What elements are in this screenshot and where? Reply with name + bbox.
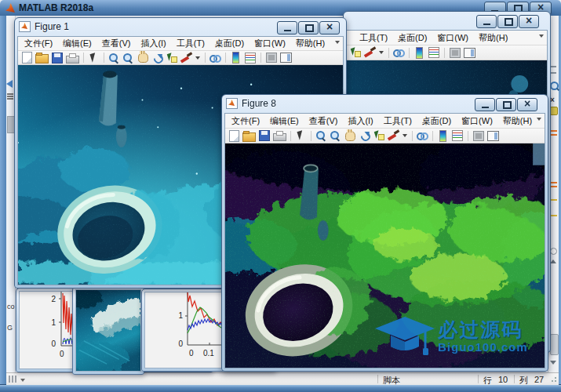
new-figure-icon[interactable] (22, 52, 32, 64)
menu-help[interactable]: 帮助(H) (479, 32, 508, 44)
figure1-toolbar (18, 51, 343, 65)
menu-help[interactable]: 帮助(H) (503, 115, 532, 127)
hide-plot-tools-icon[interactable] (266, 53, 277, 63)
menu-file[interactable]: 文件(F) (231, 115, 260, 127)
menu-help[interactable]: 帮助(H) (296, 38, 325, 49)
maximize-icon[interactable] (298, 21, 319, 34)
print-figure-icon[interactable] (66, 56, 79, 64)
analyzer-mark[interactable] (550, 215, 557, 216)
hide-plot-tools-icon[interactable] (473, 131, 484, 141)
print-figure-icon[interactable] (273, 133, 286, 141)
show-plot-tools-icon[interactable] (464, 48, 475, 58)
analyzer-mark[interactable] (550, 130, 557, 132)
menu-window[interactable]: 窗口(W) (437, 32, 468, 44)
zoom-in-icon[interactable] (108, 53, 120, 64)
link-plot-icon[interactable] (393, 47, 405, 58)
figure1-titlebar[interactable]: Figure 1 (15, 18, 346, 35)
rotate-3d-icon[interactable] (359, 130, 371, 141)
new-figure-icon[interactable] (229, 130, 239, 142)
figure1-menubar: 文件(F) 编辑(E) 查看(V) 插入(I) 工具(T) 桌面(D) 窗口(W… (18, 37, 343, 51)
figure-bg-menubar: 工具(T) 桌面(D) 窗口(W) 帮助(H) (347, 31, 547, 45)
menu-view[interactable]: 查看(V) (102, 38, 131, 49)
menu-window[interactable]: 窗口(W) (461, 115, 493, 127)
zoom-out-icon[interactable] (122, 53, 134, 64)
analyzer-mark[interactable] (550, 134, 557, 136)
splitter-icon[interactable] (550, 66, 556, 74)
link-plot-icon[interactable] (209, 53, 221, 64)
figure8-titlebar[interactable]: Figure 8 (222, 95, 548, 112)
menu-overflow-icon[interactable] (335, 41, 340, 44)
menu-insert[interactable]: 插入(I) (140, 38, 166, 49)
insert-legend-icon[interactable] (452, 130, 463, 141)
small-image-window[interactable] (72, 286, 144, 375)
maximize-icon[interactable] (496, 98, 516, 111)
rotate-3d-icon[interactable] (152, 53, 164, 64)
search-icon[interactable] (550, 82, 559, 90)
menu-edit[interactable]: 编辑(E) (63, 38, 92, 49)
link-plot-icon[interactable] (417, 130, 428, 141)
edit-plot-pointer-icon[interactable] (295, 130, 307, 141)
insert-legend-icon[interactable] (428, 47, 439, 58)
menu-tools[interactable]: 工具(T) (384, 115, 412, 127)
message-indicator-icon[interactable] (550, 248, 557, 255)
insert-legend-icon[interactable] (245, 53, 256, 64)
maximize-icon[interactable] (497, 15, 518, 28)
brush-dropdown-icon[interactable] (195, 53, 201, 64)
save-figure-icon[interactable] (52, 53, 63, 64)
insert-colorbar-icon[interactable] (439, 130, 446, 142)
menu-view[interactable]: 查看(V) (309, 115, 338, 127)
data-cursor-icon[interactable] (166, 53, 178, 64)
scroll-down-icon[interactable] (550, 361, 556, 365)
data-cursor-icon[interactable] (350, 47, 362, 58)
menu-insert[interactable]: 插入(I) (348, 115, 373, 127)
menu-desktop[interactable]: 桌面(D) (215, 38, 244, 49)
list-icon[interactable] (7, 93, 13, 95)
menu-desktop[interactable]: 桌面(D) (422, 115, 451, 127)
menu-desktop[interactable]: 桌面(D) (398, 32, 427, 44)
show-plot-tools-icon[interactable] (487, 131, 499, 141)
show-plot-tools-icon[interactable] (280, 53, 292, 63)
figure-bg-titlebar[interactable] (344, 12, 550, 29)
brush-icon[interactable] (180, 53, 192, 64)
menu-overflow-icon[interactable] (539, 34, 544, 38)
scroll-up-icon[interactable] (550, 260, 556, 263)
menu-tools[interactable]: 工具(T) (359, 32, 388, 44)
minimize-icon[interactable] (475, 98, 495, 111)
minimize-icon[interactable] (476, 15, 497, 28)
code-analyzer-indicator[interactable] (550, 107, 558, 115)
analyzer-mark[interactable] (550, 182, 557, 183)
brush-icon[interactable] (364, 47, 376, 58)
analyzer-mark[interactable] (550, 199, 557, 201)
close-icon[interactable] (319, 21, 340, 34)
y-tick-label: 0 (49, 339, 56, 348)
insert-colorbar-icon[interactable] (232, 52, 239, 64)
brush-dropdown-icon[interactable] (402, 130, 408, 141)
menu-tools[interactable]: 工具(T) (177, 38, 205, 49)
zoom-out-icon[interactable] (330, 130, 341, 141)
resize-grip-icon[interactable] (549, 376, 557, 384)
zoom-in-icon[interactable] (315, 130, 327, 141)
save-figure-icon[interactable] (259, 130, 270, 141)
close-icon[interactable] (517, 98, 537, 111)
menu-overflow-icon[interactable] (537, 118, 541, 121)
minimize-icon[interactable] (277, 21, 297, 34)
brush-icon[interactable] (388, 130, 399, 141)
close-icon[interactable] (519, 15, 539, 28)
status-grip-icon[interactable] (9, 376, 18, 383)
pan-icon[interactable] (138, 53, 148, 63)
menu-edit[interactable]: 编辑(E) (270, 115, 299, 127)
pan-icon[interactable] (345, 131, 355, 141)
back-arrow-icon[interactable] (6, 80, 13, 88)
hide-plot-tools-icon[interactable] (450, 48, 461, 58)
menu-file[interactable]: 文件(F) (24, 38, 53, 49)
data-cursor-icon[interactable] (373, 130, 385, 141)
scrollbar-thumb[interactable] (550, 334, 559, 355)
open-file-icon[interactable] (242, 132, 256, 142)
menu-window[interactable]: 窗口(W) (254, 38, 286, 49)
edit-plot-pointer-icon[interactable] (88, 53, 100, 64)
open-file-icon[interactable] (35, 54, 49, 64)
brush-dropdown-icon[interactable] (378, 47, 384, 58)
status-caret-icon[interactable] (20, 379, 25, 382)
analyzer-mark[interactable] (550, 186, 557, 187)
insert-colorbar-icon[interactable] (416, 47, 423, 59)
